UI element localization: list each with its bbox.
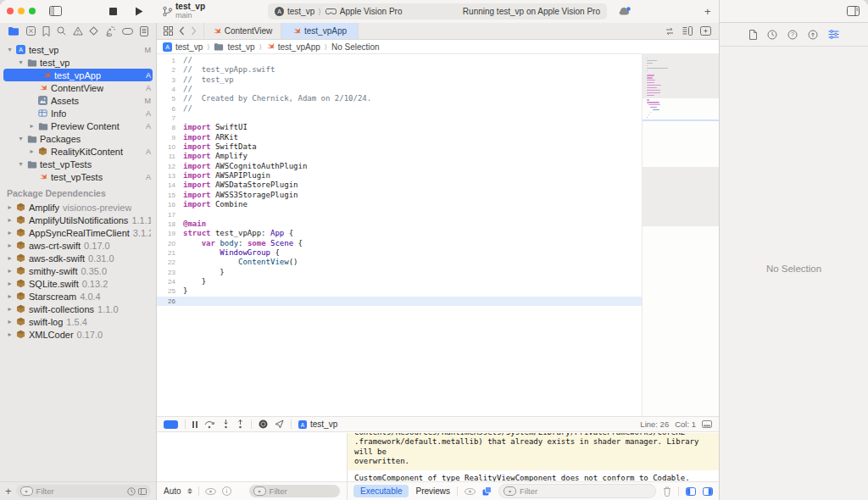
minimize-window-button[interactable]	[18, 8, 25, 14]
swap-editor-icon[interactable]	[665, 27, 675, 36]
line-number[interactable]: 19	[157, 229, 183, 238]
scope-stepper-icon[interactable]	[187, 488, 192, 494]
code-line[interactable]: 22 ContentView()	[157, 258, 643, 267]
debug-navigator-tab[interactable]	[105, 26, 115, 36]
code-line[interactable]: 8import SwiftUI	[157, 123, 643, 132]
console-filter-field[interactable]: ▾ Filter	[498, 484, 656, 498]
breadcrumb-item[interactable]: test_vp	[175, 42, 203, 52]
code-line[interactable]: 26	[157, 297, 643, 306]
disclosure-icon[interactable]: ▸	[5, 318, 14, 325]
code-line[interactable]: 9import ARKit	[157, 133, 643, 142]
line-number[interactable]: 20	[157, 239, 183, 248]
line-number[interactable]: 22	[157, 258, 183, 267]
print-description-icon[interactable]	[222, 486, 231, 496]
line-number[interactable]: 3	[157, 75, 183, 85]
disclosure-icon[interactable]: ▸	[5, 267, 14, 275]
file-row[interactable]: ContentViewA	[0, 81, 156, 94]
package-row[interactable]: ▸smithy-swift0.35.0	[0, 264, 156, 277]
file-row[interactable]: AssetsM	[0, 94, 156, 107]
cloud-status-icon[interactable]	[618, 7, 631, 16]
step-into-icon[interactable]	[222, 419, 230, 429]
code-line[interactable]: 11import Amplify	[157, 152, 643, 161]
line-number[interactable]: 1	[157, 56, 183, 65]
code-line[interactable]: 5// Created by Chernick, Adam on 2/10/24…	[157, 94, 643, 103]
previews-scope-button[interactable]: Previews	[415, 486, 450, 496]
line-number[interactable]: 15	[157, 191, 183, 200]
adjust-editor-icon[interactable]	[702, 420, 712, 428]
code-line[interactable]: 2// test_vpApp.swift	[157, 65, 643, 75]
code-line[interactable]: 7	[157, 114, 643, 123]
toggle-right-sidebar-icon[interactable]	[847, 6, 860, 16]
line-number[interactable]: 14	[157, 181, 183, 190]
breadcrumb-item[interactable]: test_vpApp	[278, 42, 320, 52]
code-line[interactable]: 23 }	[157, 268, 643, 277]
breadcrumb-item[interactable]: test_vp	[227, 42, 254, 52]
line-number[interactable]: 7	[157, 114, 183, 123]
bookmarks-navigator-tab[interactable]	[42, 26, 50, 36]
disclosure-icon[interactable]: ▸	[5, 305, 14, 313]
code-line[interactable]: 18@main	[157, 219, 643, 229]
breadcrumb-item[interactable]: No Selection	[331, 42, 380, 52]
scheme-info[interactable]: test_vp main	[175, 2, 205, 20]
history-inspector-tab[interactable]	[767, 30, 777, 40]
package-row[interactable]: ▸swift-collections1.1.0	[0, 303, 156, 315]
disclosure-icon[interactable]: ▸	[27, 122, 36, 130]
process-chip[interactable]: A test_vp	[298, 419, 337, 429]
disclosure-icon[interactable]: ▾	[5, 46, 14, 53]
line-number[interactable]: 18	[157, 219, 183, 229]
console-view[interactable]: Contents/Resources/RuntimeAssets/System/…	[348, 433, 719, 500]
disclosure-icon[interactable]: ▸	[5, 242, 14, 249]
add-file-button[interactable]: +	[5, 485, 12, 497]
reports-navigator-tab[interactable]	[140, 26, 148, 36]
code-line[interactable]: 17	[157, 210, 643, 219]
code-line[interactable]: 25}	[157, 286, 643, 296]
simulate-location-icon[interactable]	[275, 419, 284, 429]
breakpoints-navigator-tab[interactable]	[122, 28, 133, 35]
line-number[interactable]: 5	[157, 94, 183, 103]
line-number[interactable]: 13	[157, 171, 183, 181]
line-number[interactable]: 25	[157, 286, 183, 296]
line-number[interactable]: 4	[157, 85, 183, 94]
add-tab-button[interactable]: +	[704, 4, 711, 19]
source-control-navigator-tab[interactable]	[26, 26, 36, 36]
tab-test-vpapp[interactable]: test_vpApp	[281, 23, 359, 39]
activity-view[interactable]: A test_vp ⟩ Apple Vision Pro Running tes…	[268, 3, 607, 19]
file-row[interactable]: test_vpAppA	[3, 69, 153, 81]
line-number[interactable]: 11	[157, 152, 183, 161]
editor-minimap[interactable]	[642, 53, 719, 416]
related-items-icon[interactable]	[164, 26, 173, 36]
clear-console-icon[interactable]	[663, 486, 671, 497]
accessibility-inspector-tab[interactable]	[808, 30, 818, 40]
file-inspector-tab[interactable]	[749, 30, 757, 40]
breakpoints-toggle-button[interactable]	[164, 420, 178, 429]
executable-scope-button[interactable]: Executable	[353, 485, 409, 497]
line-number[interactable]: 8	[157, 123, 183, 132]
code-line[interactable]: 15import AWSS3StoragePlugin	[157, 191, 643, 200]
debug-view-hierarchy-icon[interactable]	[259, 419, 268, 429]
code-line[interactable]: 13import AWSAPIPlugin	[157, 171, 643, 181]
active-scheme-label[interactable]: test_vp	[287, 7, 314, 16]
line-number[interactable]: 2	[157, 65, 183, 75]
stop-button[interactable]	[109, 8, 117, 15]
line-number[interactable]: 23	[157, 268, 183, 277]
code-line[interactable]: 6//	[157, 104, 643, 114]
go-back-icon[interactable]	[179, 26, 185, 36]
disclosure-icon[interactable]: ▾	[16, 160, 25, 168]
line-number[interactable]: 24	[157, 277, 183, 286]
code-line[interactable]: 12import AWSCognitoAuthPlugin	[157, 162, 643, 171]
code-line[interactable]: 1//	[157, 56, 643, 65]
go-forward-icon[interactable]	[191, 26, 197, 36]
code-line[interactable]: 3// test_vp	[157, 75, 643, 85]
file-row[interactable]: test_vpTestsA	[0, 170, 156, 183]
line-number[interactable]: 10	[157, 142, 183, 152]
package-row[interactable]: ▸SQLite.swift0.13.2	[0, 277, 156, 290]
quick-look-icon[interactable]	[205, 488, 216, 495]
run-destination-label[interactable]: Apple Vision Pro	[340, 7, 403, 16]
add-editor-icon[interactable]	[700, 26, 711, 36]
file-row[interactable]: ▾test_vp	[0, 56, 156, 69]
project-navigator-tab[interactable]	[8, 26, 19, 36]
line-number[interactable]: 26	[157, 297, 183, 306]
code-line[interactable]: 10import SwiftData	[157, 142, 643, 152]
close-window-button[interactable]	[7, 8, 14, 14]
file-row[interactable]: ▾Packages	[0, 132, 156, 145]
